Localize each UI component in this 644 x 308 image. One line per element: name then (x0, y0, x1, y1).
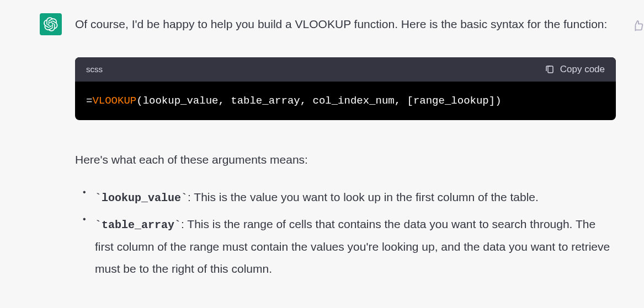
argument-list: `lookup_value`: This is the value you wa… (75, 186, 616, 280)
code-block: scss Copy code =VLOOKUP(lookup_value, ta… (75, 57, 616, 120)
clipboard-icon (545, 64, 555, 74)
assistant-avatar (40, 13, 62, 35)
code-args: (lookup_value, table_array, col_index_nu… (136, 95, 501, 107)
openai-logo-icon (44, 17, 58, 31)
svg-rect-0 (548, 66, 553, 73)
copy-code-label: Copy code (560, 64, 605, 75)
list-item: `table_array`: This is the range of cell… (95, 213, 616, 280)
message-content: Of course, I'd be happy to help you buil… (75, 13, 616, 284)
thumbs-up-icon (632, 20, 644, 32)
code-eq: = (86, 95, 92, 107)
message-container: Of course, I'd be happy to help you buil… (0, 0, 644, 284)
explain-text: Here's what each of these arguments mean… (75, 149, 616, 171)
copy-code-button[interactable]: Copy code (545, 64, 605, 75)
code-body: =VLOOKUP(lookup_value, table_array, col_… (75, 82, 616, 120)
list-item: `lookup_value`: This is the value you wa… (95, 186, 616, 209)
code-header: scss Copy code (75, 57, 616, 82)
inline-code-term: `lookup_value` (95, 192, 188, 204)
thumbs-up-button[interactable] (632, 20, 644, 34)
code-language-label: scss (86, 64, 103, 74)
intro-text: Of course, I'd be happy to help you buil… (75, 13, 616, 35)
list-item-desc: : This is the value you want to look up … (188, 191, 539, 203)
inline-code-term: `table_array` (95, 219, 181, 231)
code-function: VLOOKUP (92, 95, 136, 107)
